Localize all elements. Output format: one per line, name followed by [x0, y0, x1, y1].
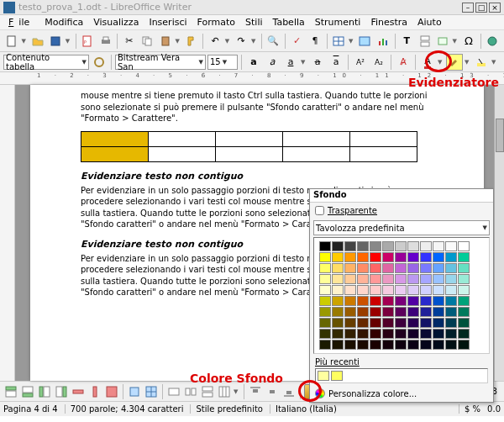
- menu-view[interactable]: Visualizza: [88, 15, 144, 29]
- horizontal-ruler[interactable]: 1 · 2 · 3 · 4 · 5 · 6 · 7 · 8 · 9 · 10 ·…: [0, 72, 504, 85]
- merge-cells-icon[interactable]: [166, 384, 181, 399]
- color-swatch[interactable]: [458, 252, 470, 262]
- font-name-combo[interactable]: Bitstream Vera San▼: [115, 55, 206, 70]
- color-swatch[interactable]: [370, 340, 381, 350]
- color-swatch[interactable]: [370, 329, 381, 339]
- color-swatch[interactable]: [407, 296, 419, 306]
- spellcheck-icon[interactable]: ✓: [289, 33, 305, 50]
- export-pdf-icon[interactable]: P: [80, 33, 96, 50]
- underline-dropdown[interactable]: ▼: [301, 59, 307, 66]
- vertical-scrollbar[interactable]: [494, 85, 504, 381]
- color-swatch[interactable]: [319, 329, 331, 339]
- color-swatch[interactable]: [458, 296, 470, 306]
- align-bottom-icon[interactable]: [281, 384, 297, 399]
- color-swatch[interactable]: [382, 285, 394, 295]
- color-swatch[interactable]: [433, 296, 444, 306]
- color-swatch[interactable]: [382, 329, 394, 339]
- table[interactable]: [81, 131, 417, 162]
- char-bg-icon[interactable]: [473, 54, 490, 71]
- insert-row-above-icon[interactable]: [3, 384, 18, 399]
- color-swatch[interactable]: [458, 307, 470, 317]
- delete-row-icon[interactable]: [71, 384, 86, 399]
- color-swatch[interactable]: [420, 318, 432, 328]
- nonprinting-icon[interactable]: ¶: [307, 33, 323, 50]
- delete-col-icon[interactable]: [87, 384, 102, 399]
- color-swatch[interactable]: [395, 318, 407, 328]
- overline-icon[interactable]: a: [328, 54, 344, 71]
- color-swatch[interactable]: [420, 296, 432, 306]
- color-swatch[interactable]: [445, 318, 457, 328]
- recent-color-swatch[interactable]: [331, 371, 343, 381]
- table-cell[interactable]: [81, 131, 149, 146]
- color-swatch[interactable]: [319, 285, 331, 295]
- menu-format[interactable]: Formato: [192, 15, 241, 29]
- color-swatch[interactable]: [357, 340, 369, 350]
- menu-insert[interactable]: Inserisci: [144, 15, 192, 29]
- color-swatch[interactable]: [319, 241, 331, 251]
- color-swatch[interactable]: [445, 274, 457, 284]
- table-cell[interactable]: [81, 146, 149, 161]
- maximize-button[interactable]: □: [475, 3, 487, 13]
- color-swatch[interactable]: [344, 296, 356, 306]
- color-swatch[interactable]: [420, 285, 432, 295]
- new-dropdown[interactable]: ▼: [21, 38, 28, 45]
- undo-icon[interactable]: ↶: [207, 33, 223, 50]
- color-swatch[interactable]: [382, 307, 394, 317]
- color-swatch[interactable]: [433, 307, 444, 317]
- color-swatch[interactable]: [370, 307, 381, 317]
- insert-row-below-icon[interactable]: [20, 384, 35, 399]
- color-swatch[interactable]: [445, 241, 457, 251]
- color-swatch[interactable]: [433, 318, 444, 328]
- color-swatch[interactable]: [382, 340, 394, 350]
- color-swatch[interactable]: [344, 285, 356, 295]
- color-swatch[interactable]: [420, 263, 432, 273]
- color-swatch[interactable]: [445, 263, 457, 273]
- color-swatch[interactable]: [382, 263, 394, 273]
- transparent-checkbox[interactable]: [315, 206, 324, 215]
- color-swatch[interactable]: [370, 263, 381, 273]
- color-swatch[interactable]: [319, 318, 331, 328]
- color-swatch[interactable]: [332, 252, 344, 262]
- table-cell[interactable]: [350, 146, 417, 161]
- color-swatch[interactable]: [407, 340, 419, 350]
- font-color-icon[interactable]: A: [419, 54, 436, 71]
- align-center-v-icon[interactable]: [265, 384, 280, 399]
- color-swatch[interactable]: [395, 296, 407, 306]
- color-swatch[interactable]: [458, 263, 470, 273]
- color-swatch[interactable]: [332, 318, 344, 328]
- color-swatch[interactable]: [445, 285, 457, 295]
- highlight-icon[interactable]: [446, 54, 463, 71]
- color-swatch[interactable]: [407, 263, 419, 273]
- color-swatch[interactable]: [407, 241, 419, 251]
- table-cell[interactable]: [216, 131, 283, 146]
- color-swatch[interactable]: [332, 307, 344, 317]
- menu-table[interactable]: Tabella: [268, 15, 310, 29]
- color-swatch[interactable]: [395, 263, 407, 273]
- color-swatch[interactable]: [357, 252, 369, 262]
- update-style-icon[interactable]: [91, 54, 108, 71]
- clear-formatting-icon[interactable]: A̷: [395, 54, 412, 71]
- color-swatch[interactable]: [344, 274, 356, 284]
- new-icon[interactable]: [3, 33, 19, 50]
- table-cell[interactable]: [283, 131, 350, 146]
- close-button[interactable]: ×: [489, 3, 501, 13]
- status-language[interactable]: Italiano (Italia): [270, 404, 337, 414]
- char-bg-dropdown[interactable]: ▼: [491, 59, 498, 66]
- color-swatch[interactable]: [420, 340, 432, 350]
- color-swatch[interactable]: [332, 296, 344, 306]
- color-swatch[interactable]: [344, 241, 356, 251]
- scroll-thumb[interactable]: [496, 119, 504, 152]
- color-swatch[interactable]: [420, 329, 432, 339]
- color-swatch[interactable]: [407, 307, 419, 317]
- paste-icon[interactable]: [157, 33, 173, 50]
- color-swatch[interactable]: [458, 340, 470, 350]
- status-words[interactable]: 700 parole; 4.304 caratteri: [65, 404, 184, 414]
- insert-col-right-icon[interactable]: [54, 384, 69, 399]
- insert-chart-icon[interactable]: [375, 33, 391, 50]
- color-swatch[interactable]: [395, 329, 407, 339]
- color-swatch[interactable]: [370, 252, 381, 262]
- color-swatch[interactable]: [319, 274, 331, 284]
- color-swatch[interactable]: [319, 307, 331, 317]
- table-cell[interactable]: [216, 146, 283, 161]
- insert-pagebreak-icon[interactable]: [417, 33, 433, 50]
